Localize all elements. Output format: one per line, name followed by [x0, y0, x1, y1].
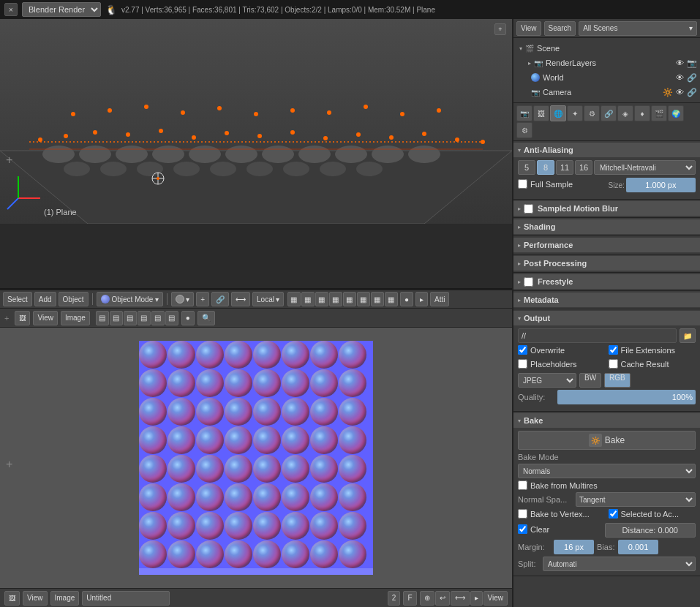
scope-btn-4[interactable]: ▤	[138, 311, 151, 325]
renderlayers-eye[interactable]: 👁	[676, 59, 684, 67]
file-extensions-checkbox[interactable]	[609, 345, 618, 355]
object-btn[interactable]: Object	[59, 292, 89, 306]
normal-space-select[interactable]: Tangent	[576, 492, 696, 507]
view-mode-btn[interactable]: ●	[181, 311, 195, 325]
selected-to-ac-checkbox[interactable]	[609, 509, 618, 519]
view-btn-4[interactable]: ▦	[329, 292, 342, 306]
mode-select[interactable]: Object Mode ▾	[97, 292, 164, 306]
scope-btn-3[interactable]: ▤	[124, 311, 137, 325]
aa-btn-16[interactable]: 16	[575, 160, 592, 175]
bake-button[interactable]: 🔆 Bake	[518, 431, 696, 450]
icon-material[interactable]: ♦	[634, 105, 650, 121]
aa-header[interactable]: ▾ Anti-Aliasing	[513, 143, 700, 157]
view-btn-6[interactable]: ▦	[357, 292, 370, 306]
add-bottom-btn[interactable]: +	[6, 458, 12, 471]
metadata-header[interactable]: ▸ Metadata	[513, 293, 700, 307]
quality-bar[interactable]: 100%	[557, 390, 696, 404]
icon-world2[interactable]: 🌍	[668, 105, 684, 121]
camera-render-btn[interactable]: 🔆	[663, 88, 673, 97]
image-name-btn[interactable]: Untitled	[82, 591, 170, 606]
motion-blur-checkbox[interactable]	[524, 204, 533, 214]
scene-item[interactable]: ▾ 🎬 Scene	[516, 41, 697, 56]
aa-btn-11[interactable]: 11	[556, 160, 573, 175]
output-path-input[interactable]	[518, 328, 677, 343]
frame-btn[interactable]: 2	[388, 591, 401, 606]
shading-btn[interactable]: ▾	[171, 292, 194, 306]
icon-world[interactable]: 🌐	[550, 105, 566, 121]
footer-btn-1[interactable]: ⊕	[420, 591, 434, 606]
extra-btn[interactable]: Atti	[430, 292, 449, 306]
orientation-btn[interactable]: Local ▾	[252, 292, 284, 306]
view-btn-3[interactable]: ▦	[315, 292, 328, 306]
world-link[interactable]: 🔗	[687, 73, 697, 83]
icon-constraints[interactable]: 🔗	[601, 105, 617, 121]
view-btn-5[interactable]: ▦	[343, 292, 356, 306]
panel-view-btn[interactable]: View	[516, 21, 541, 36]
renderlayers-item[interactable]: ▸ 📷 RenderLayers 👁 📷	[516, 56, 697, 70]
footer-view-btn[interactable]: View	[23, 591, 48, 606]
output-header[interactable]: ▾ Output	[513, 311, 700, 325]
freestyle-header[interactable]: ▸ Freestyle	[513, 274, 700, 289]
renderlayers-cam[interactable]: 📷	[687, 59, 697, 68]
camera-item[interactable]: 📷 Camera 🔆 👁 🔗	[516, 85, 697, 99]
distance-field[interactable]: Distance: 0.000	[605, 523, 696, 538]
placeholders-checkbox[interactable]	[518, 359, 527, 369]
add-viewport-btn[interactable]: +	[6, 154, 12, 167]
overwrite-checkbox[interactable]	[518, 345, 527, 355]
select-btn[interactable]: Select	[3, 292, 32, 306]
view-btn-2[interactable]: ▦	[301, 292, 315, 306]
view-btn-1[interactable]: ▦	[287, 292, 301, 306]
split-select[interactable]: Automati	[543, 557, 696, 571]
footer-image-btn[interactable]: Image	[50, 591, 80, 606]
manip-btn[interactable]: ▸	[415, 292, 428, 306]
close-button[interactable]: ×	[4, 3, 18, 16]
rgb-btn[interactable]: RGB	[604, 373, 631, 388]
bake-header[interactable]: ▾ Bake	[513, 413, 700, 428]
icon-particles[interactable]: ✦	[567, 105, 583, 121]
world-eye[interactable]: 👁	[676, 73, 684, 82]
panel-search-btn[interactable]: Search	[544, 21, 576, 36]
margin-value[interactable]: 16 px	[554, 540, 594, 554]
snap-btn[interactable]: 🔗	[211, 292, 229, 306]
icon-scene[interactable]: 🎬	[651, 105, 667, 121]
icon-physics[interactable]: ⚙	[584, 105, 600, 121]
aa-btn-5[interactable]: 5	[518, 160, 535, 175]
bake-mode-select[interactable]: Normals	[518, 464, 696, 478]
scope-btn-1[interactable]: ▤	[96, 311, 109, 325]
post-processing-header[interactable]: ▸ Post Processing	[513, 256, 700, 271]
scope-btn-2[interactable]: ▤	[110, 311, 123, 325]
bake-multires-checkbox[interactable]	[518, 480, 527, 490]
image-type-btn[interactable]: 🖼	[15, 311, 30, 325]
add-area-btn[interactable]: +	[4, 314, 9, 323]
aa-filter-select[interactable]: Mitchell-Netravali	[594, 160, 696, 175]
scope-btn-5[interactable]: ▤	[151, 311, 165, 325]
size-value[interactable]: 1.000 px	[626, 178, 696, 192]
view-btn-8[interactable]: ▦	[385, 292, 398, 306]
viewport-3d[interactable]: User Ortho Meters	[0, 19, 512, 290]
clear-checkbox[interactable]	[518, 524, 527, 534]
motion-blur-header[interactable]: ▸ Sampled Motion Blur	[513, 201, 700, 216]
view-menu[interactable]: View	[33, 311, 58, 325]
footer-btn-3[interactable]: ⟷	[451, 591, 470, 606]
footer-type-btn[interactable]: 🖼	[4, 591, 20, 606]
engine-select[interactable]: Blender Render	[22, 2, 101, 17]
zoom-btn[interactable]: 🔍	[197, 311, 215, 325]
scope-btn-6[interactable]: ▤	[165, 311, 178, 325]
icon-render[interactable]: 🖼	[533, 105, 549, 121]
format-select[interactable]: JPEG	[518, 373, 576, 388]
viewport-settings-btn[interactable]: +	[494, 23, 506, 35]
folder-btn[interactable]: 📁	[680, 328, 696, 343]
f-btn[interactable]: F	[403, 591, 416, 606]
performance-header[interactable]: ▸ Performance	[513, 238, 700, 252]
bw-btn[interactable]: BW	[579, 373, 601, 388]
icon-settings[interactable]: ⚙	[516, 122, 532, 138]
add-btn[interactable]: Add	[34, 292, 56, 306]
bake-vertex-checkbox[interactable]	[518, 509, 527, 519]
camera-eye[interactable]: 👁	[676, 88, 684, 97]
transform-btn[interactable]: +	[196, 292, 209, 306]
image-menu[interactable]: Image	[61, 311, 90, 325]
freestyle-checkbox[interactable]	[524, 277, 533, 287]
camera-link[interactable]: 🔗	[687, 88, 697, 97]
footer-btn-4[interactable]: ▸	[470, 591, 483, 606]
icon-object-data[interactable]: ◈	[617, 105, 633, 121]
